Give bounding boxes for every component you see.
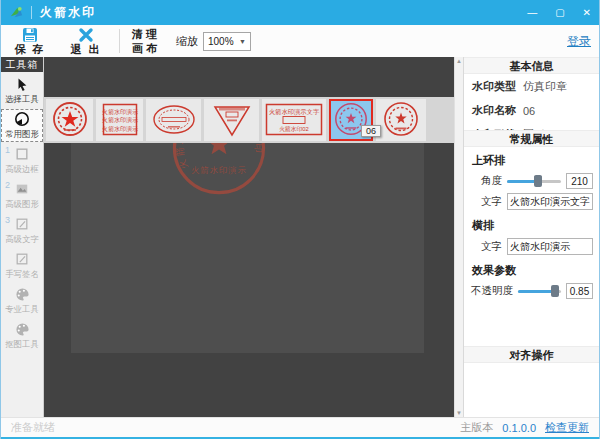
badge-2: 2 bbox=[5, 180, 10, 190]
login-link[interactable]: 登录 bbox=[567, 33, 591, 50]
effects-title: 效果参数 bbox=[464, 257, 599, 281]
align-operations-header: 对齐操作 bbox=[464, 346, 599, 363]
save-icon bbox=[22, 27, 38, 43]
save-button[interactable]: 保 存 bbox=[9, 27, 51, 55]
status-ready-text: 准备就绪 bbox=[11, 420, 55, 435]
square-border-icon bbox=[15, 146, 29, 162]
opacity-label: 不透明度 bbox=[469, 284, 513, 298]
version-number: 0.1.0.0 bbox=[502, 422, 536, 434]
sidebar-item-label: 高级边框 bbox=[5, 163, 39, 175]
chevron-up-icon[interactable]: ▲ bbox=[456, 58, 462, 64]
exit-label: 退 出 bbox=[70, 44, 101, 55]
zoom-value: 100% bbox=[208, 36, 234, 47]
chevron-down-icon[interactable]: ▼ bbox=[456, 410, 462, 416]
canvas-area: 火箭水印演示文字火箭水印 火箭水印演示 火箭水印演示 火箭水印演示 bbox=[44, 57, 454, 417]
slider-handle[interactable] bbox=[534, 175, 542, 187]
stamp-thumbnail-rectangle[interactable]: 火箭水印演示 火箭水印演示 火箭水印演示 bbox=[96, 99, 143, 141]
pencil-icon bbox=[15, 216, 29, 232]
app-title: 火箭水印 bbox=[40, 4, 96, 21]
ring-text-row: 文字 bbox=[464, 191, 599, 212]
exit-button[interactable]: 退 出 bbox=[65, 27, 107, 55]
toolbox-header: 工具箱 bbox=[1, 57, 43, 72]
svg-text:火箭水印演示文字: 火箭水印演示文字 bbox=[269, 108, 320, 116]
rect-stamp-icon: 火箭水印演示文字 火箭水印02 bbox=[264, 100, 324, 140]
svg-text:火箭水印演示: 火箭水印演示 bbox=[102, 125, 138, 132]
watermark-name-row: 水印名称 06 bbox=[464, 98, 599, 122]
chevron-down-icon: ▼ bbox=[239, 38, 246, 45]
opacity-value-input[interactable] bbox=[566, 283, 593, 299]
tool-sidebar: 工具箱 选择工具 常用图形 1 bbox=[1, 57, 44, 417]
toolbar-divider bbox=[119, 29, 120, 53]
palette-icon bbox=[15, 321, 30, 337]
version-area: 主版本 0.1.0.0 检查更新 bbox=[460, 420, 589, 435]
window-controls: — ▢ ✕ bbox=[527, 8, 591, 18]
opacity-row: 不透明度 bbox=[464, 281, 599, 301]
angle-value-input[interactable] bbox=[566, 173, 593, 189]
slider-fill bbox=[518, 290, 555, 293]
opacity-slider[interactable] bbox=[518, 284, 561, 298]
ring-text-label: 文字 bbox=[476, 195, 502, 209]
sidebar-item-common-shapes[interactable]: 常用图形 bbox=[1, 109, 43, 142]
sidebar-item-professional-tools[interactable]: 专业工具 bbox=[1, 284, 43, 317]
sidebar-item-advanced-border[interactable]: 1 高级边框 bbox=[1, 144, 43, 177]
general-properties-header: 常规属性 bbox=[464, 130, 599, 147]
circle-stamp-icon bbox=[380, 100, 422, 140]
clear-canvas-button[interactable]: 清理 画布 bbox=[132, 27, 160, 56]
svg-text:火箭水印演示: 火箭水印演示 bbox=[102, 116, 138, 123]
check-update-link[interactable]: 检查更新 bbox=[545, 420, 589, 435]
stamp-thumbnail-circle-selected[interactable]: 06 bbox=[329, 99, 373, 141]
badge-3: 3 bbox=[5, 215, 10, 225]
close-icon[interactable]: ✕ bbox=[583, 8, 591, 18]
app-window: 火箭水印 — ▢ ✕ 保 存 bbox=[0, 0, 600, 439]
horizontal-text-input[interactable] bbox=[507, 238, 593, 255]
angle-row: 角度 bbox=[464, 171, 599, 191]
sidebar-item-advanced-graphics[interactable]: 2 高级图形 bbox=[1, 179, 43, 212]
pencil-icon bbox=[15, 251, 29, 267]
horizontal-text-label: 文字 bbox=[476, 240, 502, 254]
status-bar: 准备就绪 主版本 0.1.0.0 检查更新 bbox=[1, 417, 599, 439]
sidebar-item-label: 专业工具 bbox=[5, 303, 39, 315]
stamp-thumbnail-rectangle-2[interactable]: 火箭水印演示文字 火箭水印02 bbox=[262, 99, 326, 141]
toolbar: 保 存 退 出 清理 画布 缩放 100% ▼ 登录 bbox=[1, 25, 599, 57]
svg-text:火箭水印演示: 火箭水印演示 bbox=[102, 108, 138, 115]
ring-text-input[interactable] bbox=[507, 193, 593, 210]
panel-scrollbar[interactable]: ▲ ▼ bbox=[454, 57, 463, 417]
stamp-horizontal-text: 火箭水印演示 bbox=[191, 165, 247, 175]
circle-shape-icon bbox=[14, 111, 30, 127]
angle-label: 角度 bbox=[476, 174, 502, 188]
stamp-thumbnail-strip: 火箭水印演示 火箭水印演示 火箭水印演示 bbox=[44, 97, 454, 143]
stamp-thumbnail-circle-1[interactable] bbox=[46, 99, 93, 141]
triangle-stamp-icon bbox=[207, 100, 257, 140]
upper-ring-title: 上环排 bbox=[464, 147, 599, 171]
rocket-logo-icon bbox=[9, 5, 24, 21]
watermark-type-row: 水印类型 仿真印章 bbox=[464, 74, 599, 98]
zoom-dropdown[interactable]: 100% ▼ bbox=[203, 32, 251, 51]
clear-canvas-line1: 清理 bbox=[132, 27, 160, 41]
stamp-thumbnail-circle-2[interactable] bbox=[376, 99, 426, 141]
circle-stamp-icon bbox=[49, 100, 91, 140]
zoom-label: 缩放 bbox=[176, 34, 198, 49]
titlebar-divider bbox=[31, 6, 32, 19]
sidebar-item-label: 高级图形 bbox=[5, 198, 39, 210]
slider-handle[interactable] bbox=[551, 285, 559, 297]
general-properties-group: 上环排 角度 文字 横排 文字 效果参数 不透明度 bbox=[464, 147, 599, 301]
oval-stamp-icon bbox=[149, 100, 199, 140]
thumbnail-tooltip: 06 bbox=[361, 125, 381, 137]
badge-1: 1 bbox=[5, 145, 10, 155]
version-label: 主版本 bbox=[460, 420, 493, 435]
sidebar-item-select-tool[interactable]: 选择工具 bbox=[1, 74, 43, 107]
watermark-name-value: 06 bbox=[523, 105, 535, 117]
sidebar-item-advanced-text[interactable]: 3 高级文字 bbox=[1, 214, 43, 247]
minimize-icon[interactable]: — bbox=[527, 8, 537, 18]
stamp-thumbnail-triangle[interactable] bbox=[204, 99, 259, 141]
save-label: 保 存 bbox=[14, 44, 45, 55]
stamp-thumbnail-oval[interactable] bbox=[146, 99, 201, 141]
sidebar-item-cutout-tools[interactable]: 抠图工具 bbox=[1, 319, 43, 352]
clear-canvas-line2: 画布 bbox=[132, 41, 160, 55]
angle-slider[interactable] bbox=[507, 174, 561, 188]
sidebar-item-label: 抠图工具 bbox=[5, 338, 39, 350]
sidebar-item-handwritten-signature[interactable]: 手写签名 bbox=[1, 249, 43, 282]
maximize-icon[interactable]: ▢ bbox=[555, 8, 564, 18]
basic-info-header: 基本信息 bbox=[464, 57, 599, 74]
sidebar-item-label: 选择工具 bbox=[5, 93, 39, 105]
